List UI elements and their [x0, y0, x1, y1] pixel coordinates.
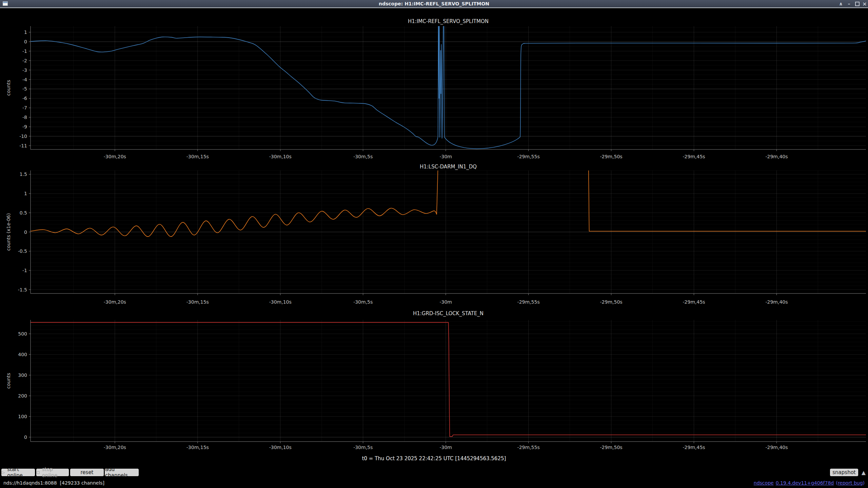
x-tick-label: -30m,5s [353, 299, 373, 305]
maximize-box-glyph [855, 2, 860, 6]
x-tick-label: -30m,10s [269, 299, 292, 305]
triangle-up-icon[interactable]: ▲ [860, 469, 867, 476]
y-tick-label: -6 [22, 96, 27, 101]
minimize-icon[interactable]: – [846, 0, 852, 7]
window-title: ndscope: H1:IMC-REFL_SERVO_SPLITMON [379, 1, 489, 6]
x-tick-label: -30m,10s [269, 154, 292, 159]
shade-window-icon[interactable]: ∧ [837, 0, 844, 7]
plot-panel-2: H1:LSC-DARM_IN1_DQ-30m,20s-30m,15s-30m,1… [6, 164, 866, 305]
stop-square-icon [37, 471, 40, 474]
plot-title: H1:GRD-ISC_LOCK_STATE_N [413, 310, 484, 317]
x-tick-label: -30m,20s [104, 154, 126, 159]
y-tick-label: -1 [22, 48, 27, 54]
play-icon: ▷ [2, 470, 5, 474]
reset-label: reset [81, 469, 94, 475]
y-tick-label: 100 [18, 414, 27, 419]
plot-viewport-1[interactable] [31, 26, 866, 149]
y-axis-label: counts [6, 373, 11, 389]
y-tick-label: -0.5 [18, 248, 27, 254]
x-tick-label: -29m,55s [517, 154, 540, 159]
titlebar[interactable]: ndscope: H1:IMC-REFL_SERVO_SPLITMON ∧ – … [0, 0, 868, 8]
start-online-button[interactable]: ▷ start online [1, 469, 35, 476]
y-tick-label: -3 [22, 67, 27, 73]
y-tick-label: 0 [24, 39, 27, 44]
y-axis-label: counts (x1e-06) [6, 213, 11, 251]
y-tick-label: -5 [22, 86, 27, 92]
x-tick-label: -29m,55s [517, 445, 540, 450]
x-tick-label: -30m,15s [186, 445, 209, 450]
charts-canvas: H1:IMC-REFL_SERVO_SPLITMON-30m,20s-30m,1… [0, 8, 868, 455]
x-tick-label: -29m,45s [683, 299, 705, 305]
x-tick-label: -29m,40s [765, 445, 788, 450]
y-tick-label: -2 [22, 58, 27, 63]
ndscope-link[interactable]: ndscope [754, 480, 774, 486]
stop-online-label: stop online [42, 466, 68, 479]
y-axis-label: counts [6, 80, 11, 96]
plot-viewport-3[interactable] [31, 320, 866, 442]
x-tick-label: -30m [439, 154, 452, 159]
close-icon[interactable]: × [861, 0, 868, 7]
y-tick-label: 400 [18, 352, 27, 357]
start-online-label: start online [7, 466, 35, 479]
y-tick-label: -7 [22, 105, 27, 110]
add-channels-label: add channels [105, 466, 138, 479]
x-tick-label: -30m,10s [269, 445, 292, 450]
y-tick-label: -1.5 [18, 287, 27, 292]
x-tick-label: -30m,15s [186, 154, 209, 159]
y-tick-label: -4 [22, 77, 27, 82]
nds-server-status: nds://h1daqnds1:8088 [429233 channels] [3, 480, 104, 486]
t0-timestamp: t0 = Thu Oct 23 2025 22:42:25 UTC [14452… [0, 455, 868, 462]
y-tick-label: -10 [19, 134, 27, 139]
x-tick-label: -29m,50s [600, 154, 623, 159]
x-tick-label: -29m,45s [683, 154, 705, 159]
y-tick-label: 0 [24, 229, 27, 235]
status-bar: nds://h1daqnds1:8088 [429233 channels] n… [0, 478, 868, 488]
x-tick-label: -29m,50s [600, 445, 623, 450]
x-tick-label: -29m,50s [600, 299, 623, 305]
window-icon [3, 1, 8, 6]
x-tick-label: -30m,20s [104, 299, 126, 305]
plot-title: H1:LSC-DARM_IN1_DQ [420, 164, 477, 170]
y-tick-label: 300 [18, 372, 27, 378]
y-tick-label: -11 [19, 143, 27, 148]
maximize-icon[interactable] [854, 0, 861, 7]
plot-title: H1:IMC-REFL_SERVO_SPLITMON [408, 18, 489, 25]
x-tick-label: -30m,20s [104, 445, 126, 450]
y-tick-label: 1.5 [20, 171, 27, 177]
y-tick-label: -1 [22, 268, 27, 273]
y-tick-label: -8 [22, 115, 27, 120]
x-tick-label: -29m,40s [765, 299, 788, 305]
snapshot-label: snapshot [832, 469, 855, 475]
report-bug-link[interactable]: report bug [838, 480, 863, 486]
x-tick-label: -29m,45s [683, 445, 705, 450]
x-tick-label: -30m [439, 299, 452, 305]
reset-button[interactable]: reset [70, 469, 104, 476]
plot-panel-3: H1:GRD-ISC_LOCK_STATE_N-30m,20s-30m,15s-… [6, 310, 866, 450]
plot-panel-1: H1:IMC-REFL_SERVO_SPLITMON-30m,20s-30m,1… [6, 11, 866, 159]
y-tick-label: 200 [18, 393, 27, 399]
plot-viewport-2[interactable] [31, 170, 866, 293]
stop-online-button: stop online [36, 469, 69, 476]
x-tick-label: -30m [439, 445, 452, 450]
snapshot-button[interactable]: snapshot [830, 469, 858, 476]
y-tick-label: 1 [24, 191, 27, 196]
y-tick-label: 500 [18, 331, 27, 337]
y-tick-label: 0.5 [20, 210, 27, 216]
x-tick-label: -30m,5s [353, 445, 373, 450]
y-tick-label: -9 [22, 124, 27, 129]
y-tick-label: 0 [24, 434, 27, 440]
x-tick-label: -29m,55s [517, 299, 540, 305]
x-tick-label: -29m,40s [765, 154, 788, 159]
version-link[interactable]: 0.19.4.dev11+g406f78d [776, 480, 834, 486]
x-tick-label: -30m,15s [186, 299, 209, 305]
ndscope-window: ndscope: H1:IMC-REFL_SERVO_SPLITMON ∧ – … [0, 0, 868, 488]
paren-close: ) [863, 480, 865, 486]
y-tick-label: 1 [24, 29, 27, 35]
add-channels-button[interactable]: add channels [105, 469, 139, 476]
x-tick-label: -30m,5s [353, 154, 373, 159]
